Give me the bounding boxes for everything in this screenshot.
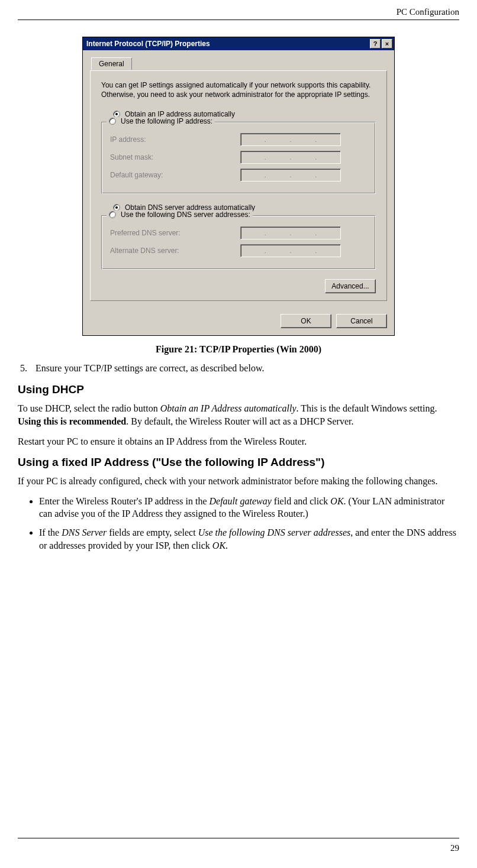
radio-label: Use the following IP address: (121, 117, 212, 125)
paragraph-dhcp-2: Restart your PC to ensure it obtains an … (18, 435, 459, 448)
ok-button[interactable]: OK (281, 314, 331, 328)
default-gateway-field[interactable]: ... (240, 169, 341, 182)
label-default-gateway: Default gateway: (110, 171, 240, 179)
alternate-dns-field[interactable]: ... (240, 244, 341, 257)
tab-general[interactable]: General (91, 57, 132, 70)
page-number: 29 (450, 843, 459, 853)
label-alternate-dns: Alternate DNS server: (110, 247, 240, 255)
intro-text: You can get IP settings assigned automat… (101, 80, 376, 99)
advanced-button[interactable]: Advanced... (325, 279, 376, 293)
window-title: Internet Protocol (TCP/IP) Properties (86, 40, 370, 48)
cancel-button[interactable]: Cancel (336, 314, 387, 328)
fieldset-dns: Use the following DNS server addresses: … (101, 215, 376, 270)
step-number: 5. (20, 363, 36, 374)
bullet-1: Enter the Wireless Router's IP address i… (39, 495, 459, 520)
footer-rule (18, 838, 459, 838)
radio-icon (109, 211, 116, 218)
radio-use-ip[interactable]: Use the following IP address: (107, 117, 215, 125)
paragraph-fixed: If your PC is already configured, check … (18, 475, 459, 488)
ip-address-field[interactable]: ... (240, 133, 341, 146)
preferred-dns-field[interactable]: ... (240, 226, 341, 239)
help-button[interactable]: ? (370, 39, 381, 48)
tcpip-properties-dialog: Internet Protocol (TCP/IP) Properties ? … (82, 37, 395, 336)
paragraph-dhcp-1: To use DHCP, select the radio button Obt… (18, 402, 459, 427)
label-preferred-dns: Preferred DNS server: (110, 229, 240, 237)
radio-label: Use the following DNS server addresses: (121, 210, 250, 219)
titlebar: Internet Protocol (TCP/IP) Properties ? … (83, 37, 394, 50)
page-header: PC Configuration (18, 7, 459, 20)
heading-fixed-ip: Using a fixed IP Address ("Use the follo… (18, 456, 459, 469)
step-text: Ensure your TCP/IP settings are correct,… (36, 363, 264, 373)
figure-caption: Figure 21: TCP/IP Properties (Win 2000) (18, 344, 459, 355)
fieldset-ip: Use the following IP address: IP address… (101, 122, 376, 194)
label-ip-address: IP address: (110, 135, 240, 144)
bullet-2: If the DNS Server fields are empty, sele… (39, 526, 459, 552)
subnet-mask-field[interactable]: ... (240, 151, 341, 164)
bullet-list: Enter the Wireless Router's IP address i… (18, 495, 459, 552)
radio-use-dns[interactable]: Use the following DNS server addresses: (107, 210, 253, 219)
radio-icon (109, 118, 116, 125)
tab-panel-general: You can get IP settings assigned automat… (90, 70, 387, 301)
close-button[interactable]: × (382, 39, 392, 48)
step-5: 5.Ensure your TCP/IP settings are correc… (18, 363, 459, 374)
heading-using-dhcp: Using DHCP (18, 383, 459, 396)
label-subnet-mask: Subnet mask: (110, 153, 240, 161)
